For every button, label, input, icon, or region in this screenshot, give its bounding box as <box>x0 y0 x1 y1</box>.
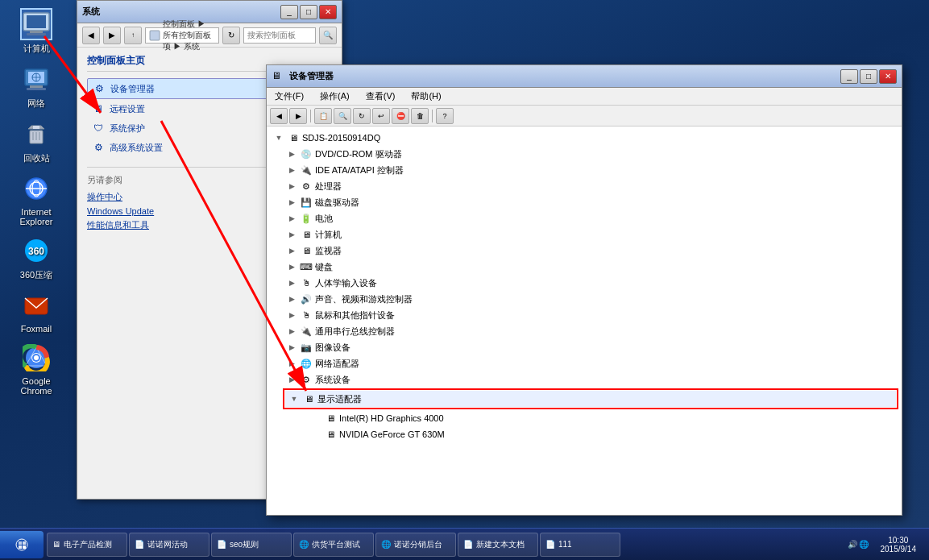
search-input[interactable] <box>243 27 316 44</box>
dm-menubar: 文件(F) 操作(A) 查看(V) 帮助(H) <box>267 88 902 106</box>
monitor-toggle[interactable]: ▶ <box>286 245 297 256</box>
dm-categories: ▶ 💿 DVD/CD-ROM 驱动器 ▶ 🔌 IDE ATA/ATAPI 控制器… <box>283 146 898 442</box>
search-button[interactable]: 🔍 <box>319 27 337 44</box>
mouse-toggle[interactable]: ▶ <box>286 309 297 321</box>
dm-cat-battery[interactable]: ▶ 🔋 电池 <box>283 210 898 226</box>
close-button[interactable]: ✕ <box>319 5 337 19</box>
imaging-toggle[interactable]: ▶ <box>286 342 297 353</box>
dm-root-node[interactable]: ▼ 🖥 SDJS-20150914DQ <box>270 130 898 146</box>
desktop-icon-network[interactable]: 网络 <box>8 63 64 110</box>
dm-cat-imaging[interactable]: ▶ 📷 图像设备 <box>283 339 898 355</box>
cpu-toggle[interactable]: ▶ <box>286 180 297 192</box>
forward-button[interactable]: ▶ <box>103 27 121 44</box>
dm-tool-rollback[interactable]: ↩ <box>372 108 390 124</box>
dm-cat-disk[interactable]: ▶ 💾 磁盘驱动器 <box>283 194 898 210</box>
desktop-icon-360[interactable]: 360 360压缩 <box>8 234 64 281</box>
start-button[interactable] <box>0 531 44 558</box>
dm-cat-monitor[interactable]: ▶ 🖥 监视器 <box>283 243 898 259</box>
network-toggle[interactable]: ▶ <box>286 358 297 369</box>
keyboard-label: 键盘 <box>315 261 333 273</box>
display-toggle[interactable]: ▼ <box>288 393 300 404</box>
dm-cat-computer[interactable]: ▶ 🖥 计算机 <box>283 226 898 243</box>
hid-toggle[interactable]: ▶ <box>286 277 297 288</box>
taskbar-item-6[interactable]: 📄 111 <box>540 533 620 557</box>
dm-minimize-button[interactable]: _ <box>840 69 858 84</box>
dm-tool-uninstall[interactable]: 🗑 <box>411 108 429 124</box>
dm-cat-audio[interactable]: ▶ 🔊 声音、视频和游戏控制器 <box>283 291 898 307</box>
dm-content: ▼ 🖥 SDJS-20150914DQ ▶ 💿 DVD/CD-ROM 驱动器 ▶… <box>267 127 902 515</box>
dm-menu-action[interactable]: 操作(A) <box>315 89 355 104</box>
desktop-icon-chrome[interactable]: Google Chrome <box>8 342 64 396</box>
back-button[interactable]: ◀ <box>82 27 100 44</box>
ide-toggle[interactable]: ▶ <box>286 164 297 176</box>
desktop-icon-computer[interactable]: 计算机 <box>8 8 64 55</box>
dm-tool-back[interactable]: ◀ <box>270 108 288 124</box>
svg-rect-6 <box>30 85 43 88</box>
refresh-button[interactable]: ↻ <box>222 27 240 44</box>
taskbar: 🖥 电子产品检测 📄 诺诺网活动 📄 seo规则 🌐 供货平台测试 🌐 诺诺分销… <box>0 528 929 560</box>
dm-tool-disable[interactable]: ⛔ <box>392 108 409 124</box>
dm-cat-hid[interactable]: ▶ 🖱 人体学输入设备 <box>283 275 898 291</box>
taskbar-item-0[interactable]: 🖥 电子产品检测 <box>47 533 127 557</box>
taskbar-item-3[interactable]: 🌐 供货平台测试 <box>293 533 374 557</box>
address-display[interactable]: 控制面板 ▶ 所有控制面板项 ▶ 系统 <box>145 27 219 44</box>
dm-menu-view[interactable]: 查看(V) <box>361 89 400 104</box>
dvd-toggle[interactable]: ▶ <box>286 148 297 160</box>
display-label: 显示适配器 <box>317 393 362 405</box>
taskbar-item-5[interactable]: 📄 新建文本文档 <box>458 533 538 557</box>
nav-item-remote-label: 远程设置 <box>110 103 145 115</box>
desktop-icon-recycle[interactable]: 回收站 <box>8 118 64 164</box>
dm-title-icon: 🖥 <box>272 70 284 83</box>
battery-toggle[interactable]: ▶ <box>286 213 297 224</box>
dm-tool-help[interactable]: ? <box>436 108 454 124</box>
system-cat-label: 系统设备 <box>315 374 350 386</box>
computer-toggle[interactable]: ▶ <box>286 229 297 240</box>
restore-button[interactable]: □ <box>300 5 317 19</box>
dm-intel-gpu[interactable]: ▶ 🖥 Intel(R) HD Graphics 4000 <box>307 410 898 426</box>
taskbar-item-2[interactable]: 📄 seo规则 <box>211 533 292 557</box>
nav-item-device-manager-label: 设备管理器 <box>110 83 155 95</box>
intel-gpu-label: Intel(R) HD Graphics 4000 <box>339 413 444 423</box>
dm-cat-ide[interactable]: ▶ 🔌 IDE ATA/ATAPI 控制器 <box>283 162 898 178</box>
dm-restore-button[interactable]: □ <box>860 69 877 84</box>
dm-menu-help[interactable]: 帮助(H) <box>406 89 446 104</box>
dm-display-children: ▶ 🖥 Intel(R) HD Graphics 4000 ▶ 🖥 NVIDIA… <box>307 410 898 442</box>
root-toggle[interactable]: ▼ <box>273 132 284 143</box>
taskbar-item-4[interactable]: 🌐 诺诺分销后台 <box>375 533 456 557</box>
keyboard-toggle[interactable]: ▶ <box>286 261 297 272</box>
taskbar-item-1[interactable]: 📄 诺诺网活动 <box>129 533 209 557</box>
disk-toggle[interactable]: ▶ <box>286 197 297 208</box>
dm-tool-properties[interactable]: 📋 <box>314 108 332 124</box>
desktop-icon-foxmail[interactable]: Foxmail <box>8 289 64 334</box>
battery-label: 电池 <box>315 213 333 225</box>
dm-cat-usb[interactable]: ▶ 🔌 通用串行总线控制器 <box>283 323 898 339</box>
intel-gpu-icon: 🖥 <box>324 412 337 425</box>
dm-cat-system[interactable]: ▶ ⚙ 系统设备 <box>283 371 898 388</box>
svg-rect-40 <box>150 31 160 40</box>
dm-nvidia-gpu[interactable]: ▶ 🖥 NVIDIA GeForce GT 630M <box>307 426 898 442</box>
usb-toggle[interactable]: ▶ <box>286 326 297 337</box>
dm-close-button[interactable]: ✕ <box>879 69 897 84</box>
dm-cat-keyboard[interactable]: ▶ ⌨ 键盘 <box>283 259 898 275</box>
taskbar-item-icon-1: 📄 <box>135 540 144 549</box>
dm-menu-file[interactable]: 文件(F) <box>270 89 309 104</box>
dm-cat-mouse[interactable]: ▶ 🖱 鼠标和其他指针设备 <box>283 307 898 323</box>
usb-icon: 🔌 <box>300 325 313 338</box>
dm-cat-network[interactable]: ▶ 🌐 网络适配器 <box>283 355 898 371</box>
dm-cat-cpu[interactable]: ▶ ⚙ 处理器 <box>283 178 898 194</box>
up-button[interactable]: ↑ <box>124 27 142 44</box>
dm-tool-forward[interactable]: ▶ <box>289 108 307 124</box>
device-manager-icon: ⚙ <box>93 82 106 95</box>
dm-cat-display[interactable]: ▼ 🖥 显示适配器 <box>285 391 896 407</box>
dm-cat-dvd[interactable]: ▶ 💿 DVD/CD-ROM 驱动器 <box>283 146 898 162</box>
taskbar-item-icon-5: 📄 <box>463 540 473 549</box>
minimize-button[interactable]: _ <box>280 5 298 19</box>
dm-tool-scan[interactable]: 🔍 <box>334 108 351 124</box>
system-toggle[interactable]: ▶ <box>286 374 297 385</box>
computer-cat-icon: 🖥 <box>300 228 313 241</box>
dm-title-text: 设备管理器 <box>289 70 840 82</box>
desktop-icon-ie[interactable]: Internet Explorer <box>8 172 64 226</box>
audio-toggle[interactable]: ▶ <box>286 293 297 305</box>
dm-tool-update[interactable]: ↻ <box>353 108 371 124</box>
display-icon: 🖥 <box>302 392 315 405</box>
